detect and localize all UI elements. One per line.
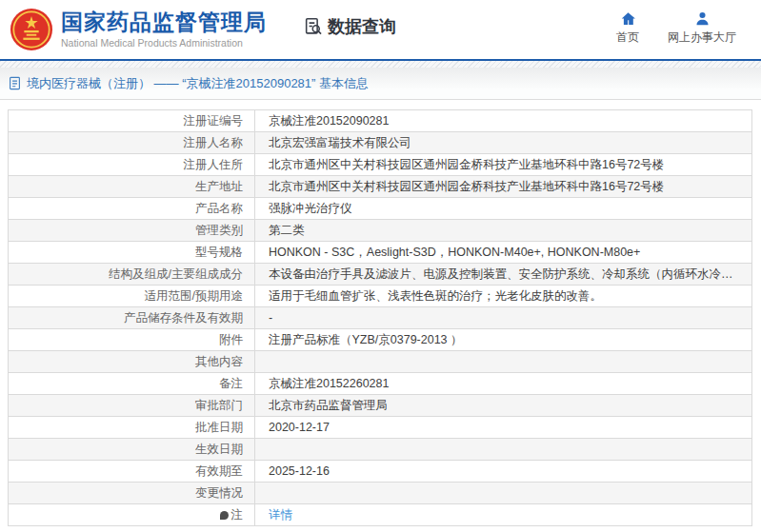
row-label: 产品名称: [9, 198, 255, 220]
table-row: 生效日期: [9, 439, 752, 461]
row-label: 生产地址: [9, 176, 255, 198]
row-label: 管理类别: [9, 220, 255, 242]
row-value: [255, 439, 752, 461]
row-value: 北京市药品监督管理局: [255, 395, 752, 417]
breadcrumb-text: 境内医疗器械（注册） —— “京械注准20152090281” 基本信息: [27, 75, 369, 92]
row-value: 北京市通州区中关村科技园区通州园金桥科技产业基地环科中路16号72号楼: [255, 176, 752, 198]
brand: 国家药品监督管理局 National Medical Products Admi…: [10, 8, 267, 51]
row-value: 京械注准20152090281: [255, 110, 752, 132]
row-label: 注册人名称: [9, 132, 255, 154]
row-label: 其他内容: [9, 351, 255, 373]
home-icon: [620, 10, 636, 27]
row-label: 生效日期: [9, 439, 255, 461]
row-label: 附件: [9, 329, 255, 351]
row-label: 变更情况: [9, 483, 255, 504]
row-label: 审批部门: [9, 395, 255, 417]
table-row: 附件注册产品标准（YZB/京0379-2013 ）: [9, 329, 752, 351]
table-row: 有效期至2025-12-16: [9, 461, 752, 483]
row-label: 结构及组成/主要组成成分: [9, 264, 255, 286]
note-icon: [220, 511, 229, 520]
nav-service-hall-label: 网上办事大厅: [668, 30, 736, 46]
table-row: 产品名称强脉冲光治疗仪: [9, 198, 752, 220]
data-query-label: 数据查询: [328, 15, 396, 38]
detail-link[interactable]: 详情: [269, 508, 292, 522]
table-row: 审批部门北京市药品监督管理局: [9, 395, 752, 417]
table-row: 生产地址北京市通州区中关村科技园区通州园金桥科技产业基地环科中路16号72号楼: [9, 176, 752, 198]
row-value: [255, 351, 752, 373]
row-label: 型号规格: [9, 242, 255, 264]
document-icon: [9, 76, 21, 90]
breadcrumb: 境内医疗器械（注册） —— “京械注准20152090281” 基本信息: [0, 68, 761, 100]
row-value: 详情: [255, 504, 752, 526]
row-value: 第二类: [255, 220, 752, 242]
data-query-title: 数据查询: [303, 15, 396, 38]
info-table-body: 注册证编号京械注准20152090281注册人名称北京宏强富瑞技术有限公司注册人…: [9, 110, 752, 526]
agency-name-en: National Medical Products Administration: [61, 37, 267, 49]
row-value: -: [255, 307, 752, 329]
table-row: 产品储存条件及有效期-: [9, 307, 752, 329]
info-table: 注册证编号京械注准20152090281注册人名称北京宏强富瑞技术有限公司注册人…: [8, 109, 752, 526]
nav-home[interactable]: 首页: [616, 10, 639, 46]
nav-home-label: 首页: [616, 30, 639, 46]
row-value: 北京市通州区中关村科技园区通州园金桥科技产业基地环科中路16号72号楼: [255, 154, 752, 176]
row-value: 本设备由治疗手具及滤波片、电源及控制装置、安全防护系统、冷却系统（内循环水冷，风…: [255, 264, 752, 286]
table-row: 注详情: [9, 504, 752, 526]
user-icon: [694, 10, 711, 27]
table-row: 批准日期2020-12-17: [9, 417, 752, 439]
row-label: 有效期至: [9, 461, 255, 483]
table-row: 适用范围/预期用途适用于毛细血管扩张、浅表性色斑的治疗；光老化皮肤的改善。: [9, 286, 752, 307]
row-value: HONKON - S3C，Aeslight-S3D，HONKON-M40e+, …: [255, 242, 752, 264]
row-value: 京械注准20152260281: [255, 373, 752, 395]
row-label: 适用范围/预期用途: [9, 286, 255, 307]
row-value: 2025-12-16: [255, 461, 752, 483]
agency-name-zh: 国家药品监督管理局: [61, 10, 267, 34]
row-value: 注册产品标准（YZB/京0379-2013 ）: [255, 329, 752, 351]
table-row: 注册人住所北京市通州区中关村科技园区通州园金桥科技产业基地环科中路16号72号楼: [9, 154, 752, 176]
site-header: 国家药品监督管理局 National Medical Products Admi…: [0, 0, 761, 59]
top-nav: 首页 网上办事大厅: [616, 10, 761, 46]
main-content: 注册证编号京械注准20152090281注册人名称北京宏强富瑞技术有限公司注册人…: [0, 100, 761, 526]
row-value: [255, 483, 752, 504]
row-label: 批准日期: [9, 417, 255, 439]
row-label: 注册人住所: [9, 154, 255, 176]
row-label: 注册证编号: [9, 110, 255, 132]
row-value: 2020-12-17: [255, 417, 752, 439]
table-row: 型号规格HONKON - S3C，Aeslight-S3D，HONKON-M40…: [9, 242, 752, 264]
nav-service-hall[interactable]: 网上办事大厅: [668, 10, 736, 46]
data-query-icon: [303, 16, 324, 37]
row-value: 强脉冲光治疗仪: [255, 198, 752, 220]
table-row: 其他内容: [9, 351, 752, 373]
row-label: 产品储存条件及有效期: [9, 307, 255, 329]
brand-text: 国家药品监督管理局 National Medical Products Admi…: [61, 10, 267, 48]
table-row: 变更情况: [9, 483, 752, 504]
row-value: 适用于毛细血管扩张、浅表性色斑的治疗；光老化皮肤的改善。: [255, 286, 752, 307]
table-row: 注册证编号京械注准20152090281: [9, 110, 752, 132]
table-row: 结构及组成/主要组成成分本设备由治疗手具及滤波片、电源及控制装置、安全防护系统、…: [9, 264, 752, 286]
table-row: 注册人名称北京宏强富瑞技术有限公司: [9, 132, 752, 154]
row-label: 注: [9, 504, 255, 526]
dotted-strip: [0, 61, 761, 68]
national-emblem-logo: [10, 8, 53, 51]
row-label: 备注: [9, 373, 255, 395]
row-value: 北京宏强富瑞技术有限公司: [255, 132, 752, 154]
table-row: 备注京械注准20152260281: [9, 373, 752, 395]
table-row: 管理类别第二类: [9, 220, 752, 242]
